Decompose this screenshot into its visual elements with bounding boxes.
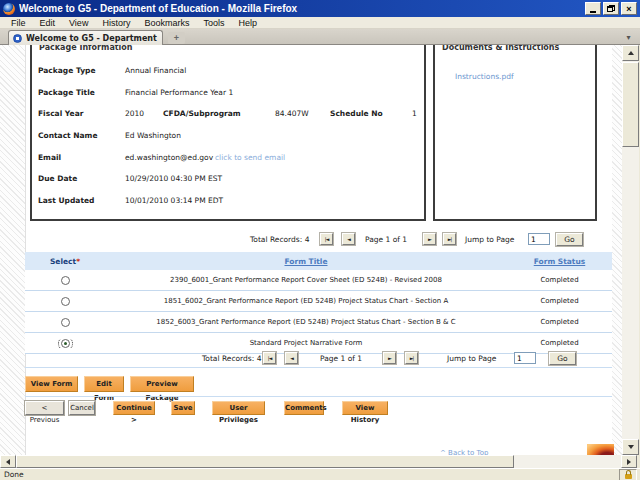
- required-asterisk: *: [76, 257, 80, 266]
- table-row: Standard Project Narrative Form Complete…: [25, 333, 612, 354]
- scroll-left-button[interactable]: [0, 455, 16, 468]
- next-page-button[interactable]: ►: [423, 233, 436, 245]
- previous-button[interactable]: < Previous: [25, 401, 64, 415]
- table-row: 1852_6003_Grant Performance Report (ED 5…: [25, 312, 612, 333]
- last-updated-value: 10/01/2010 03:14 PM EDT: [125, 196, 223, 205]
- fiscal-year-label: Fiscal Year: [38, 109, 83, 118]
- table-row: 1851_6002_Grant Performance Report (ED 5…: [25, 291, 612, 312]
- due-date-label: Due Date: [38, 174, 77, 183]
- menu-edit[interactable]: Edit: [33, 17, 63, 29]
- new-tab-button[interactable]: +: [168, 32, 185, 44]
- user-privileges-button[interactable]: User Privileges: [212, 401, 265, 415]
- menu-history[interactable]: History: [95, 17, 137, 29]
- last-page-button[interactable]: ►|: [405, 352, 418, 364]
- package-title-value: Financial Performance Year 1: [125, 88, 233, 97]
- go-button[interactable]: Go: [549, 352, 576, 365]
- form-radio-3[interactable]: [61, 339, 70, 348]
- scroll-right-icon: [627, 459, 634, 465]
- form-radio-1[interactable]: [61, 297, 70, 306]
- next-page-button[interactable]: ►: [383, 352, 396, 364]
- field-contact-name: Contact Name Ed Washington: [32, 131, 424, 141]
- page-viewport: Package Information Package Type Annual …: [0, 45, 622, 455]
- menu-help[interactable]: Help: [231, 17, 264, 29]
- first-page-button[interactable]: |◄: [320, 233, 333, 245]
- vertical-scrollbar[interactable]: [622, 45, 639, 455]
- minimize-button[interactable]: [585, 2, 601, 15]
- save-button[interactable]: Save: [171, 401, 195, 415]
- menu-bookmarks[interactable]: Bookmarks: [137, 17, 196, 29]
- pagination-top: Total Records: 4 |◄ ◄ Page 1 of 1 ► ►| J…: [0, 233, 622, 249]
- form-status-cell: Completed: [507, 297, 612, 305]
- jump-to-page-input[interactable]: [514, 352, 536, 364]
- page-footer-graphic: [587, 444, 614, 455]
- cancel-button[interactable]: Cancel: [69, 401, 95, 415]
- go-button[interactable]: Go: [556, 233, 583, 246]
- table-row: 2390_6001_Grant Performance Report Cover…: [25, 270, 612, 291]
- scroll-left-icon: [3, 459, 10, 465]
- jump-to-page-label: Jump to Page: [465, 235, 515, 244]
- documents-instructions-panel: Documents & Instructions Instructions.pd…: [433, 45, 597, 221]
- edit-form-button[interactable]: Edit Form: [84, 376, 124, 392]
- horizontal-scrollbar[interactable]: [0, 455, 640, 468]
- contact-name-value: Ed Washington: [125, 131, 181, 140]
- firefox-icon: [3, 3, 15, 15]
- previous-page-button[interactable]: ◄: [285, 352, 298, 364]
- contact-name-label: Contact Name: [38, 131, 98, 140]
- form-status-column-header[interactable]: Form Status: [507, 257, 612, 266]
- field-fiscal-year: Fiscal Year 2010 CFDA/Subprogram 84.407W…: [32, 109, 424, 119]
- list-all-tabs-button[interactable]: ▾: [621, 32, 636, 43]
- page-indicator: Page 1 of 1: [365, 235, 407, 244]
- view-form-button[interactable]: View Form: [25, 376, 78, 392]
- email-label: Email: [38, 153, 61, 162]
- forms-table: Select* Form Title Form Status 2390_6001…: [25, 252, 612, 354]
- email-value: ed.washington@ed.gov: [125, 153, 213, 162]
- schedule-no-value: 1: [412, 109, 417, 118]
- security-panel[interactable]: [619, 469, 637, 480]
- form-title-cell: 2390_6001_Grant Performance Report Cover…: [105, 276, 507, 284]
- vertical-scroll-thumb[interactable]: [622, 62, 639, 147]
- last-updated-label: Last Updated: [38, 196, 94, 205]
- comments-button[interactable]: Comments: [284, 401, 324, 415]
- last-page-button[interactable]: ►|: [443, 233, 456, 245]
- package-information-panel: Package Information Package Type Annual …: [30, 45, 426, 221]
- status-bar: Done: [0, 468, 640, 480]
- tab-welcome-g5[interactable]: Welcome to G5 - Department of Edu...: [8, 30, 163, 45]
- page-indicator: Page 1 of 1: [320, 354, 362, 363]
- page-right-margin: [612, 45, 622, 455]
- tab-favicon-icon: [13, 34, 22, 43]
- first-page-button[interactable]: |◄: [263, 352, 276, 364]
- form-radio-2[interactable]: [61, 318, 70, 327]
- scroll-right-button[interactable]: [621, 455, 637, 468]
- scroll-down-button[interactable]: [622, 439, 639, 455]
- lock-icon: [625, 474, 632, 479]
- jump-to-page-input[interactable]: [528, 233, 550, 245]
- continue-button[interactable]: Continue >: [113, 401, 155, 415]
- field-due-date: Due Date 10/29/2010 04:30 PM EST: [32, 174, 424, 184]
- preview-package-button[interactable]: Preview Package: [130, 376, 194, 392]
- menu-view[interactable]: View: [62, 17, 95, 29]
- horizontal-scroll-thumb[interactable]: [16, 455, 514, 468]
- view-history-button[interactable]: View History: [342, 401, 388, 415]
- form-radio-0[interactable]: [61, 276, 70, 285]
- package-type-label: Package Type: [38, 66, 96, 75]
- form-title-cell: 1852_6003_Grant Performance Report (ED 5…: [105, 318, 507, 326]
- instructions-pdf-link[interactable]: Instructions.pdf: [455, 72, 514, 81]
- close-button[interactable]: ×: [621, 2, 637, 15]
- restore-button[interactable]: [603, 2, 619, 15]
- scroll-up-button[interactable]: [622, 45, 639, 61]
- menu-tools[interactable]: Tools: [196, 17, 231, 29]
- menu-file[interactable]: File: [4, 17, 33, 29]
- divider: [25, 367, 612, 368]
- scroll-down-icon: [628, 445, 634, 452]
- package-type-value: Annual Financial: [125, 66, 186, 75]
- previous-page-button[interactable]: ◄: [342, 233, 355, 245]
- menu-bar: File Edit View History Bookmarks Tools H…: [0, 17, 640, 29]
- form-status-cell: Completed: [507, 318, 612, 326]
- field-package-type: Package Type Annual Financial: [32, 66, 424, 76]
- send-email-link[interactable]: click to send email: [215, 153, 285, 162]
- form-status-cell: Completed: [507, 339, 612, 347]
- fiscal-year-value: 2010: [125, 109, 144, 118]
- status-text: Done: [4, 470, 619, 479]
- package-title-label: Package Title: [38, 88, 95, 97]
- form-title-column-header[interactable]: Form Title: [105, 257, 507, 266]
